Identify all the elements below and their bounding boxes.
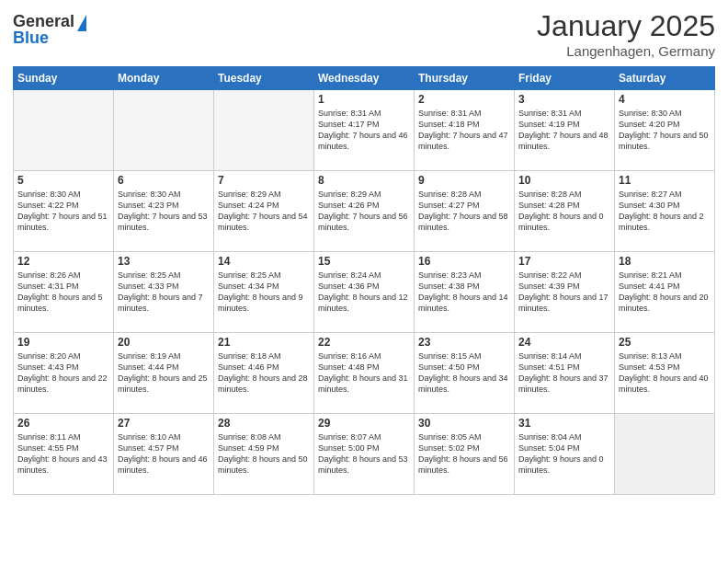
day-info: Sunrise: 8:15 AM Sunset: 4:50 PM Dayligh…: [418, 350, 510, 396]
day-info: Sunrise: 8:29 AM Sunset: 4:26 PM Dayligh…: [318, 189, 410, 234]
calendar-cell: 30Sunrise: 8:05 AM Sunset: 5:02 PM Dayli…: [415, 414, 515, 495]
calendar-cell: 2Sunrise: 8:31 AM Sunset: 4:18 PM Daylig…: [415, 90, 515, 171]
day-info: Sunrise: 8:29 AM Sunset: 4:24 PM Dayligh…: [218, 189, 310, 234]
calendar-cell: 28Sunrise: 8:08 AM Sunset: 4:59 PM Dayli…: [214, 414, 314, 495]
calendar-cell: 20Sunrise: 8:19 AM Sunset: 4:44 PM Dayli…: [114, 333, 214, 414]
calendar-cell: 22Sunrise: 8:16 AM Sunset: 4:48 PM Dayli…: [314, 333, 415, 414]
day-info: Sunrise: 8:14 AM Sunset: 4:51 PM Dayligh…: [518, 350, 610, 396]
day-info: Sunrise: 8:11 AM Sunset: 4:55 PM Dayligh…: [17, 431, 109, 477]
day-number: 24: [518, 336, 610, 349]
calendar-cell: 14Sunrise: 8:25 AM Sunset: 4:34 PM Dayli…: [214, 252, 314, 333]
day-number: 13: [118, 255, 210, 268]
day-info: Sunrise: 8:21 AM Sunset: 4:41 PM Dayligh…: [619, 270, 711, 315]
day-number: 15: [318, 255, 410, 268]
calendar-week-row: 26Sunrise: 8:11 AM Sunset: 4:55 PM Dayli…: [14, 414, 715, 495]
day-of-week-wednesday: Wednesday: [314, 67, 415, 90]
calendar-cell: 25Sunrise: 8:13 AM Sunset: 4:53 PM Dayli…: [615, 333, 715, 414]
day-of-week-friday: Friday: [515, 67, 615, 90]
calendar-cell: [615, 414, 715, 495]
day-info: Sunrise: 8:10 AM Sunset: 4:57 PM Dayligh…: [118, 431, 210, 477]
calendar-cell: 10Sunrise: 8:28 AM Sunset: 4:28 PM Dayli…: [515, 171, 615, 252]
day-number: 28: [218, 417, 310, 430]
calendar-cell: 21Sunrise: 8:18 AM Sunset: 4:46 PM Dayli…: [214, 333, 314, 414]
day-info: Sunrise: 8:04 AM Sunset: 5:04 PM Dayligh…: [518, 431, 610, 477]
calendar-cell: 31Sunrise: 8:04 AM Sunset: 5:04 PM Dayli…: [515, 414, 615, 495]
day-info: Sunrise: 8:26 AM Sunset: 4:31 PM Dayligh…: [17, 270, 109, 315]
day-number: 8: [318, 174, 410, 187]
calendar-cell: 11Sunrise: 8:27 AM Sunset: 4:30 PM Dayli…: [615, 171, 715, 252]
calendar-week-row: 5Sunrise: 8:30 AM Sunset: 4:22 PM Daylig…: [14, 171, 715, 252]
page: General Blue January 2025 Langenhagen, G…: [0, 0, 728, 563]
day-info: Sunrise: 8:30 AM Sunset: 4:20 PM Dayligh…: [619, 108, 711, 153]
calendar-cell: 27Sunrise: 8:10 AM Sunset: 4:57 PM Dayli…: [114, 414, 214, 495]
day-number: 22: [318, 336, 410, 349]
day-info: Sunrise: 8:31 AM Sunset: 4:17 PM Dayligh…: [318, 108, 410, 153]
day-info: Sunrise: 8:25 AM Sunset: 4:33 PM Dayligh…: [118, 270, 210, 315]
day-number: 2: [418, 93, 510, 106]
logo-general: General: [13, 13, 74, 29]
logo-triangle-icon: [77, 15, 86, 31]
logo-text: General Blue: [13, 13, 74, 46]
calendar-cell: 16Sunrise: 8:23 AM Sunset: 4:38 PM Dayli…: [415, 252, 515, 333]
calendar-cell: 18Sunrise: 8:21 AM Sunset: 4:41 PM Dayli…: [615, 252, 715, 333]
calendar-cell: 9Sunrise: 8:28 AM Sunset: 4:27 PM Daylig…: [415, 171, 515, 252]
day-number: 14: [218, 255, 310, 268]
day-number: 21: [218, 336, 310, 349]
title-block: January 2025 Langenhagen, Germany: [537, 9, 715, 59]
day-info: Sunrise: 8:31 AM Sunset: 4:19 PM Dayligh…: [518, 108, 610, 153]
day-info: Sunrise: 8:31 AM Sunset: 4:18 PM Dayligh…: [418, 108, 510, 153]
day-number: 30: [418, 417, 510, 430]
day-number: 23: [418, 336, 510, 349]
day-of-week-thursday: Thursday: [415, 67, 515, 90]
calendar-cell: 1Sunrise: 8:31 AM Sunset: 4:17 PM Daylig…: [314, 90, 415, 171]
calendar-cell: 23Sunrise: 8:15 AM Sunset: 4:50 PM Dayli…: [415, 333, 515, 414]
day-info: Sunrise: 8:25 AM Sunset: 4:34 PM Dayligh…: [218, 270, 310, 315]
day-info: Sunrise: 8:24 AM Sunset: 4:36 PM Dayligh…: [318, 270, 410, 315]
day-number: 11: [619, 174, 711, 187]
calendar-header-row: SundayMondayTuesdayWednesdayThursdayFrid…: [14, 67, 715, 90]
day-info: Sunrise: 8:28 AM Sunset: 4:27 PM Dayligh…: [418, 189, 510, 234]
day-number: 17: [518, 255, 610, 268]
calendar-week-row: 12Sunrise: 8:26 AM Sunset: 4:31 PM Dayli…: [14, 252, 715, 333]
day-info: Sunrise: 8:30 AM Sunset: 4:23 PM Dayligh…: [118, 189, 210, 234]
calendar-cell: [114, 90, 214, 171]
logo-blue: Blue: [13, 29, 74, 46]
day-number: 29: [318, 417, 410, 430]
day-info: Sunrise: 8:05 AM Sunset: 5:02 PM Dayligh…: [418, 431, 510, 477]
day-number: 5: [17, 174, 109, 187]
calendar-cell: 13Sunrise: 8:25 AM Sunset: 4:33 PM Dayli…: [114, 252, 214, 333]
calendar-cell: 24Sunrise: 8:14 AM Sunset: 4:51 PM Dayli…: [515, 333, 615, 414]
calendar-cell: [14, 90, 114, 171]
calendar-cell: 8Sunrise: 8:29 AM Sunset: 4:26 PM Daylig…: [314, 171, 415, 252]
day-number: 1: [318, 93, 410, 106]
calendar-cell: 17Sunrise: 8:22 AM Sunset: 4:39 PM Dayli…: [515, 252, 615, 333]
day-info: Sunrise: 8:08 AM Sunset: 4:59 PM Dayligh…: [218, 431, 310, 477]
day-number: 31: [518, 417, 610, 430]
day-of-week-sunday: Sunday: [14, 67, 114, 90]
calendar-cell: 26Sunrise: 8:11 AM Sunset: 4:55 PM Dayli…: [14, 414, 114, 495]
day-info: Sunrise: 8:20 AM Sunset: 4:43 PM Dayligh…: [17, 350, 109, 396]
day-number: 27: [118, 417, 210, 430]
day-info: Sunrise: 8:30 AM Sunset: 4:22 PM Dayligh…: [17, 189, 109, 234]
day-of-week-monday: Monday: [114, 67, 214, 90]
calendar-cell: [214, 90, 314, 171]
day-info: Sunrise: 8:18 AM Sunset: 4:46 PM Dayligh…: [218, 350, 310, 396]
calendar-week-row: 19Sunrise: 8:20 AM Sunset: 4:43 PM Dayli…: [14, 333, 715, 414]
day-number: 25: [619, 336, 711, 349]
day-number: 12: [17, 255, 109, 268]
calendar-cell: 12Sunrise: 8:26 AM Sunset: 4:31 PM Dayli…: [14, 252, 114, 333]
calendar-cell: 19Sunrise: 8:20 AM Sunset: 4:43 PM Dayli…: [14, 333, 114, 414]
location-subtitle: Langenhagen, Germany: [537, 43, 715, 59]
day-number: 9: [418, 174, 510, 187]
calendar-cell: 29Sunrise: 8:07 AM Sunset: 5:00 PM Dayli…: [314, 414, 415, 495]
day-number: 19: [17, 336, 109, 349]
day-info: Sunrise: 8:27 AM Sunset: 4:30 PM Dayligh…: [619, 189, 711, 234]
day-info: Sunrise: 8:19 AM Sunset: 4:44 PM Dayligh…: [118, 350, 210, 396]
calendar-cell: 6Sunrise: 8:30 AM Sunset: 4:23 PM Daylig…: [114, 171, 214, 252]
day-number: 20: [118, 336, 210, 349]
day-number: 3: [518, 93, 610, 106]
logo: General Blue: [13, 9, 86, 46]
calendar-cell: 15Sunrise: 8:24 AM Sunset: 4:36 PM Dayli…: [314, 252, 415, 333]
header: General Blue January 2025 Langenhagen, G…: [13, 9, 715, 59]
calendar-table: SundayMondayTuesdayWednesdayThursdayFrid…: [13, 66, 715, 495]
